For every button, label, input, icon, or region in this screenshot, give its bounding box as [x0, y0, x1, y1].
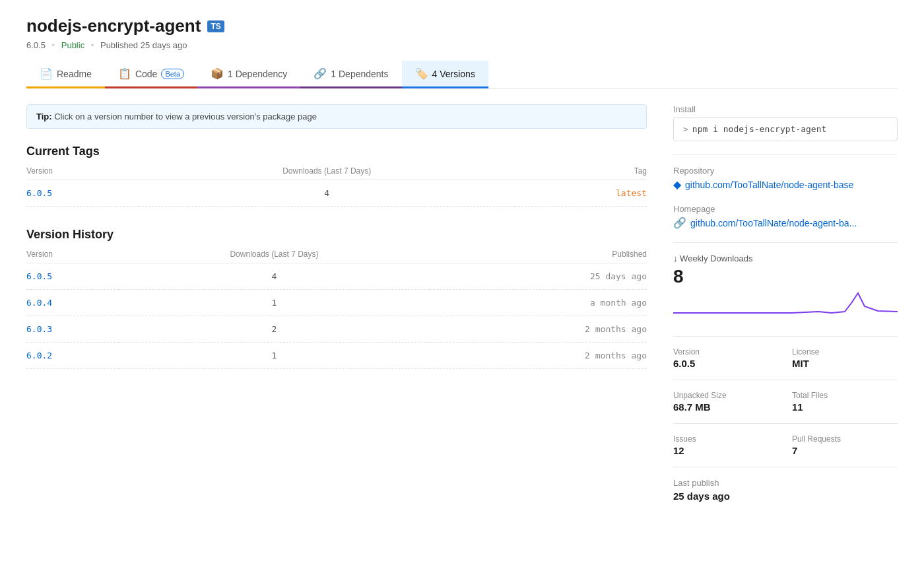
dependents-icon: 🔗 — [314, 67, 327, 80]
package-version: 6.0.5 — [26, 40, 46, 50]
row-version[interactable]: 6.0.5 — [26, 180, 139, 207]
repository-section: Repository ◆ github.com/TooTallNate/node… — [673, 166, 898, 191]
last-publish-value: 25 days ago — [673, 490, 898, 502]
table-row[interactable]: 6.0.2 1 2 months ago — [26, 343, 647, 369]
stat-license: License MIT — [792, 347, 898, 369]
package-header: nodejs-encrypt-agent TS 6.0.5 • Public •… — [26, 16, 898, 50]
stat-version: Version 6.0.5 — [673, 347, 779, 369]
license-stat-label: License — [792, 347, 898, 356]
col-version-2: Version — [26, 250, 119, 263]
row-downloads: 4 — [139, 180, 515, 207]
tip-box: Tip: Click on a version number to view a… — [26, 104, 647, 129]
install-section: Install > npm i nodejs-encrypt-agent — [673, 104, 898, 141]
repository-label: Repository — [673, 166, 898, 176]
stats-grid-2: Unpacked Size 68.7 MB Total Files 11 — [673, 391, 898, 413]
row-version[interactable]: 6.0.4 — [26, 290, 119, 316]
current-tags-heading: Current Tags — [26, 145, 647, 158]
tab-dependency[interactable]: 📦 1 Dependency — [197, 61, 300, 88]
col-tag: Tag — [515, 166, 647, 180]
current-tags-section: Current Tags Version Downloads (Last 7 D… — [26, 145, 647, 207]
main-layout: Tip: Click on a version number to view a… — [26, 104, 898, 515]
divider-4 — [673, 380, 898, 380]
stat-pull-requests: Pull Requests 7 — [792, 434, 898, 456]
tab-dependents[interactable]: 🔗 1 Dependents — [300, 61, 401, 88]
repository-link[interactable]: ◆ github.com/TooTallNate/node-agent-base — [673, 178, 898, 191]
table-row[interactable]: 6.0.4 1 a month ago — [26, 290, 647, 316]
readme-icon: 📄 — [40, 67, 53, 80]
repository-url: github.com/TooTallNate/node-agent-base — [685, 180, 853, 190]
col-downloads-2: Downloads (Last 7 Days) — [119, 250, 429, 263]
tab-dependency-label: 1 Dependency — [228, 69, 287, 79]
col-published: Published — [430, 250, 647, 263]
main-content: Tip: Click on a version number to view a… — [26, 104, 647, 515]
tab-readme-label: Readme — [57, 69, 92, 79]
weekly-downloads-chart — [673, 290, 898, 323]
package-meta: 6.0.5 • Public • Published 25 days ago — [26, 40, 898, 50]
version-history-section: Version History Version Downloads (Last … — [26, 228, 647, 369]
stats-grid-1: Version 6.0.5 License MIT — [673, 347, 898, 369]
install-command-text: npm i nodejs-encrypt-agent — [692, 124, 827, 134]
install-box[interactable]: > npm i nodejs-encrypt-agent — [673, 117, 898, 141]
install-label: Install — [673, 104, 898, 114]
tab-versions[interactable]: 🏷️ 4 Versions — [402, 61, 488, 88]
row-published: 2 months ago — [430, 316, 647, 343]
col-downloads-1: Downloads (Last 7 Days) — [139, 166, 515, 180]
divider-6 — [673, 467, 898, 467]
issues-label: Issues — [673, 434, 779, 444]
col-version-1: Version — [26, 166, 139, 180]
weekly-downloads-section: ↓ Weekly Downloads 8 — [673, 254, 898, 323]
unpacked-size-label: Unpacked Size — [673, 391, 779, 400]
stat-total-files: Total Files 11 — [792, 391, 898, 413]
row-published: a month ago — [430, 290, 647, 316]
license-stat-value: MIT — [792, 358, 898, 369]
homepage-label: Homepage — [673, 204, 898, 214]
table-row[interactable]: 6.0.5 4 25 days ago — [26, 263, 647, 290]
code-icon: 📋 — [118, 67, 131, 80]
row-downloads: 2 — [119, 316, 429, 343]
last-publish-section: Last publish 25 days ago — [673, 478, 898, 502]
row-downloads: 1 — [119, 343, 429, 369]
version-stat-value: 6.0.5 — [673, 358, 779, 369]
issues-value: 12 — [673, 445, 779, 456]
downloads-count: 8 — [673, 266, 898, 287]
package-published: Published 25 days ago — [100, 40, 187, 50]
row-tag: latest — [515, 180, 647, 207]
beta-badge: Beta — [161, 69, 184, 79]
unpacked-size-value: 68.7 MB — [673, 401, 779, 413]
package-name: nodejs-encrypt-agent — [26, 16, 201, 36]
pull-requests-label: Pull Requests — [792, 434, 898, 444]
stat-unpacked-size: Unpacked Size 68.7 MB — [673, 391, 779, 413]
divider-2 — [673, 242, 898, 243]
row-version[interactable]: 6.0.2 — [26, 343, 119, 369]
tab-code[interactable]: 📋 Code Beta — [105, 61, 197, 88]
row-version[interactable]: 6.0.5 — [26, 263, 119, 290]
current-tags-table: Version Downloads (Last 7 Days) Tag 6.0.… — [26, 166, 647, 207]
package-visibility: Public — [61, 40, 84, 50]
row-published: 25 days ago — [430, 263, 647, 290]
tip-prefix: Tip: — [36, 112, 52, 121]
tab-code-label: Code — [135, 69, 157, 79]
ts-badge: TS — [207, 20, 224, 32]
homepage-section: Homepage 🔗 github.com/TooTallNate/node-a… — [673, 204, 898, 229]
divider-1 — [673, 154, 898, 155]
tab-versions-label: 4 Versions — [432, 69, 475, 79]
tab-readme[interactable]: 📄 Readme — [26, 61, 105, 88]
row-downloads: 1 — [119, 290, 429, 316]
repo-icon: ◆ — [673, 178, 681, 191]
version-stat-label: Version — [673, 347, 779, 356]
homepage-url: github.com/TooTallNate/node-agent-ba... — [690, 218, 857, 228]
homepage-link[interactable]: 🔗 github.com/TooTallNate/node-agent-ba..… — [673, 217, 898, 229]
tab-dependents-label: 1 Dependents — [331, 69, 388, 79]
divider-5 — [673, 423, 898, 424]
sidebar: Install > npm i nodejs-encrypt-agent Rep… — [673, 104, 898, 515]
tip-text: Click on a version number to view a prev… — [54, 112, 317, 121]
total-files-label: Total Files — [792, 391, 898, 400]
homepage-icon: 🔗 — [673, 217, 686, 229]
weekly-downloads-label: ↓ Weekly Downloads — [673, 254, 898, 263]
table-row[interactable]: 6.0.5 4 latest — [26, 180, 647, 207]
pull-requests-value: 7 — [792, 445, 898, 456]
total-files-value: 11 — [792, 401, 898, 413]
row-version[interactable]: 6.0.3 — [26, 316, 119, 343]
versions-icon: 🏷️ — [415, 67, 428, 80]
table-row[interactable]: 6.0.3 2 2 months ago — [26, 316, 647, 343]
